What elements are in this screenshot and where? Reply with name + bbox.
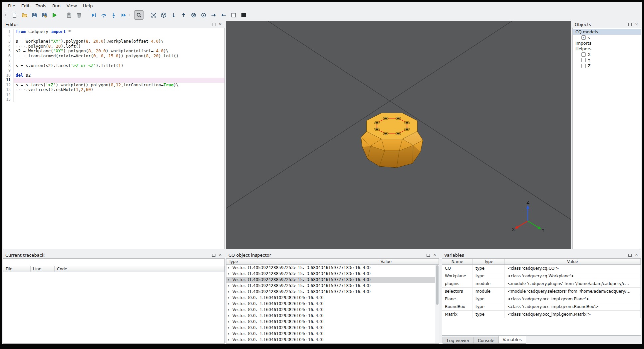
- objects-float-button[interactable]: [628, 22, 632, 27]
- viewport-3d[interactable]: X Y Z: [226, 21, 571, 249]
- inspector-row[interactable]: ▸Vector: (0.0, -1.1604610293826104e-16, …: [226, 301, 435, 307]
- column-header-name[interactable]: Name: [442, 259, 473, 264]
- tree-item-helpers[interactable]: Helpers: [573, 46, 641, 52]
- continue-button[interactable]: [119, 10, 128, 20]
- tree-item-x[interactable]: X: [573, 52, 641, 57]
- menu-file[interactable]: File: [5, 3, 18, 9]
- wireframe-button[interactable]: [229, 10, 238, 20]
- expand-arrow-icon[interactable]: ▸: [228, 284, 232, 287]
- tab-log-viewer[interactable]: Log viewer: [443, 337, 474, 344]
- column-header-value[interactable]: Value: [378, 259, 439, 264]
- inspector-row[interactable]: ▸Vector: (0.0, -1.1604610293826104e-16, …: [226, 313, 435, 319]
- expand-arrow-icon[interactable]: ▸: [228, 278, 232, 281]
- inspector-row[interactable]: ▸Vector: (0.0, -1.1604610293826104e-16, …: [226, 325, 435, 331]
- inspector-row[interactable]: ▸Vector: (0.0, -1.1604610293826104e-16, …: [226, 307, 435, 313]
- traceback-close-button[interactable]: ✕: [218, 253, 222, 257]
- variable-row[interactable]: CQtype<class 'cadquery.cq.CQ'>: [442, 265, 641, 272]
- step-in-button[interactable]: [109, 10, 118, 20]
- tree-item-z[interactable]: Z: [573, 63, 641, 69]
- top-view-button[interactable]: [169, 10, 178, 20]
- toolbar-grip[interactable]: [5, 12, 7, 18]
- editor-close-button[interactable]: ✕: [218, 22, 222, 27]
- inspector-row[interactable]: ▸Vector: (0.0, -1.1604610293826104e-16, …: [226, 295, 435, 301]
- inspector-float-button[interactable]: [426, 253, 430, 257]
- checkbox-z[interactable]: [581, 64, 586, 68]
- back-view-button[interactable]: [199, 10, 208, 20]
- left-view-button[interactable]: [209, 10, 218, 20]
- tab-variables[interactable]: Variables: [498, 336, 526, 344]
- inspector-scrollbar-thumb[interactable]: [436, 265, 439, 305]
- front-view-button[interactable]: [189, 10, 198, 20]
- render-button[interactable]: [50, 10, 59, 20]
- variable-row[interactable]: pluginsmodule<module 'cadquery.plugins' …: [442, 280, 641, 288]
- save-button[interactable]: [30, 10, 39, 20]
- inspector-row[interactable]: ▸Vector: (1.4053924288597253e-15, -3.680…: [226, 271, 435, 277]
- inspector-row[interactable]: ▸Vector: (1.4053924288597253e-15, -3.680…: [226, 265, 435, 271]
- editor-float-button[interactable]: [211, 22, 216, 27]
- expand-arrow-icon[interactable]: ▸: [228, 326, 232, 329]
- delete-button[interactable]: [74, 10, 84, 20]
- objects-tree[interactable]: CQ models✓sImportsHelpersXYZ: [572, 28, 641, 249]
- inspector-close-button[interactable]: ✕: [433, 253, 437, 257]
- tree-item-s[interactable]: ✓s: [573, 35, 641, 40]
- variables-float-button[interactable]: [628, 253, 632, 257]
- inspector-row[interactable]: ▸Vector: (0.0, -1.1604610293826104e-16, …: [226, 331, 435, 337]
- expand-arrow-icon[interactable]: ▸: [228, 332, 232, 335]
- iso-view-button[interactable]: [159, 10, 168, 20]
- zoom-button[interactable]: [134, 10, 144, 20]
- fit-view-button[interactable]: [149, 10, 158, 20]
- variable-row[interactable]: Workplanetype<class 'cadquery.cq.Workpla…: [442, 272, 641, 280]
- tree-item-imports[interactable]: Imports: [573, 40, 641, 46]
- new-script-button[interactable]: [10, 10, 19, 20]
- save-as-button[interactable]: [40, 10, 49, 20]
- checkbox-y[interactable]: [581, 58, 586, 62]
- paste-button[interactable]: [64, 10, 74, 20]
- inspector-row[interactable]: ▸Vector: (1.4053924288597253e-15, -3.680…: [226, 277, 435, 283]
- variable-row[interactable]: selectorsmodule<module 'cadquery.selecto…: [442, 288, 641, 295]
- menu-tools[interactable]: Tools: [33, 3, 49, 9]
- checkbox-x[interactable]: [581, 52, 586, 57]
- debug-run-button[interactable]: [89, 10, 98, 20]
- inspector-row[interactable]: ▸Vector: (0.0, -1.1604610293826104e-16, …: [226, 319, 435, 325]
- expand-arrow-icon[interactable]: ▸: [228, 320, 232, 323]
- tree-item-y[interactable]: Y: [573, 57, 641, 63]
- column-header-type[interactable]: Type: [473, 259, 505, 264]
- objects-close-button[interactable]: ✕: [634, 22, 639, 27]
- column-header-code[interactable]: Code: [55, 266, 224, 272]
- shaded-button[interactable]: [239, 10, 248, 20]
- expand-arrow-icon[interactable]: ▸: [228, 266, 232, 269]
- step-button[interactable]: [99, 10, 108, 20]
- column-header-file[interactable]: File: [3, 266, 31, 272]
- inspector-row[interactable]: ▸Vector: (1.4053924288597253e-15, -3.680…: [226, 283, 435, 289]
- variables-close-button[interactable]: ✕: [634, 253, 639, 257]
- variable-row[interactable]: Planetype<class 'cadquery.occ_impl.geom.…: [442, 295, 641, 303]
- menu-view[interactable]: View: [64, 3, 80, 9]
- inspector-scrollbar[interactable]: [435, 265, 439, 343]
- menu-help[interactable]: Help: [80, 3, 96, 9]
- bottom-view-button[interactable]: [179, 10, 188, 20]
- code-editor[interactable]: 1from cadquery import *23s = Workplane("…: [3, 28, 225, 249]
- expand-arrow-icon[interactable]: ▸: [228, 296, 232, 299]
- tree-item-cq-models[interactable]: CQ models: [573, 29, 641, 35]
- inspector-row[interactable]: ▸Vector: (1.4053924288597253e-15, -3.680…: [226, 289, 435, 295]
- menu-edit[interactable]: Edit: [18, 3, 33, 9]
- inspector-row[interactable]: ▸Vector: (0.0, -1.1604610293826104e-16, …: [226, 337, 435, 343]
- expand-arrow-icon[interactable]: ▸: [228, 290, 232, 293]
- open-script-button[interactable]: [20, 10, 29, 20]
- column-header-type[interactable]: Type: [226, 259, 378, 264]
- column-header-value[interactable]: Value: [505, 259, 641, 264]
- variable-row[interactable]: BoundBoxtype<class 'cadquery.occ_impl.ge…: [442, 303, 641, 311]
- expand-arrow-icon[interactable]: ▸: [228, 302, 232, 305]
- variable-row[interactable]: Matrixtype<class 'cadquery.occ_impl.geom…: [442, 311, 641, 318]
- right-view-button[interactable]: [219, 10, 228, 20]
- expand-arrow-icon[interactable]: ▸: [228, 272, 232, 275]
- traceback-float-button[interactable]: [211, 253, 216, 257]
- expand-arrow-icon[interactable]: ▸: [228, 314, 232, 317]
- checkbox-s[interactable]: ✓: [581, 35, 586, 40]
- column-header-line[interactable]: Line: [31, 266, 55, 272]
- expand-arrow-icon[interactable]: ▸: [228, 308, 232, 311]
- tab-console[interactable]: Console: [474, 337, 499, 344]
- toolbar-grip[interactable]: [130, 12, 132, 18]
- menu-run[interactable]: Run: [49, 3, 64, 9]
- expand-arrow-icon[interactable]: ▸: [228, 338, 232, 341]
